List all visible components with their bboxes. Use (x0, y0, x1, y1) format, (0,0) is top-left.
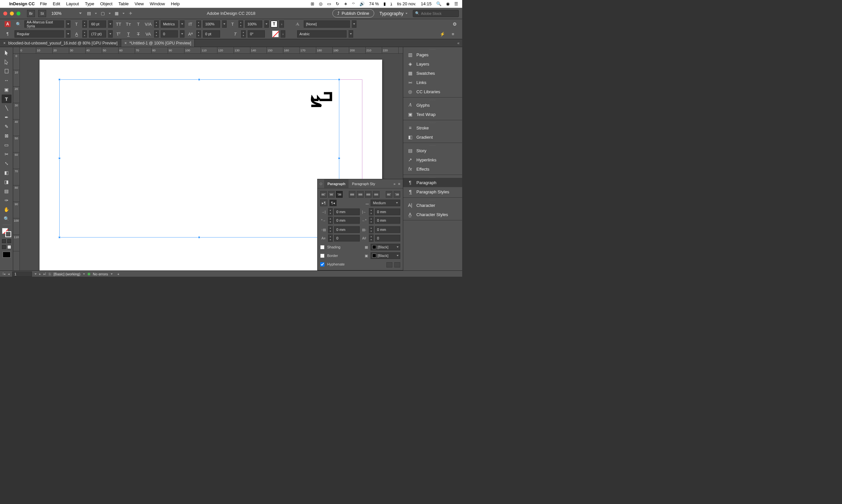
dock-effects[interactable]: fxEffects (403, 164, 462, 174)
close-tab-icon[interactable]: × (125, 41, 127, 46)
cc-status-icon[interactable]: ◎ (319, 1, 323, 6)
keyboard-icon[interactable]: ܐ (390, 1, 392, 6)
hscale-stepper[interactable]: ▴▾ (238, 20, 243, 28)
indent-right-input[interactable]: 0 mm (375, 209, 400, 215)
menu-layout[interactable]: Layout (66, 1, 79, 6)
type-tool[interactable]: T (2, 94, 12, 103)
fill-next[interactable]: › (279, 20, 284, 28)
selection-handle[interactable] (58, 157, 60, 159)
rectangle-frame-tool[interactable]: ⊠ (2, 131, 12, 140)
quick-apply-icon[interactable]: ⚡ (438, 30, 446, 38)
tab-overflow-icon[interactable]: « (454, 39, 462, 47)
bluetooth-icon[interactable]: ∗ (344, 1, 347, 6)
selection-handle[interactable] (198, 236, 200, 238)
menu-type[interactable]: Type (85, 1, 94, 6)
panel-cycle-icon[interactable]: ◇ (318, 181, 324, 186)
space-after-stepper[interactable]: ▴▾ (369, 226, 374, 233)
char-style-select[interactable]: [None] (304, 20, 350, 28)
baseline-stepper[interactable]: ▴▾ (196, 30, 201, 38)
note-tool[interactable]: ▤ (2, 187, 12, 195)
baseline-input[interactable]: 0 pt (203, 30, 220, 38)
scissors-tool[interactable]: ✂ (2, 150, 12, 159)
dock-hyperlinks[interactable]: ↗Hyperlinks (403, 155, 462, 164)
allcaps-icon[interactable]: TT (115, 20, 123, 28)
close-tab-icon[interactable]: × (3, 41, 5, 46)
vscale-stepper[interactable]: ▴▾ (196, 20, 201, 28)
menu-edit[interactable]: Edit (53, 1, 60, 6)
maximize-window[interactable] (16, 12, 20, 16)
workspace-switcher[interactable]: Typography (379, 11, 408, 16)
dock-paragraph-styles[interactable]: ¶̲Paragraph Styles (403, 187, 462, 196)
strike-icon[interactable]: T̶ (135, 30, 142, 38)
open-bridge-icon[interactable]: ⎘ (49, 272, 51, 276)
selection-handle[interactable] (338, 78, 340, 81)
justify-all[interactable] (373, 191, 379, 198)
date-text[interactable]: tis 20 nov. (397, 1, 416, 6)
smallcaps-icon[interactable]: Tᴛ (125, 20, 132, 28)
spotlight-icon[interactable]: 🔍 (436, 1, 442, 6)
zoom-level[interactable]: 100% (49, 10, 76, 17)
first-right-input[interactable]: 0 mm (375, 217, 400, 224)
preflight-dropdown[interactable] (111, 273, 113, 275)
skew-input[interactable]: 0° (248, 30, 265, 38)
screen-mode-row[interactable] (2, 245, 11, 249)
panel-menu-icon[interactable]: ≡ (449, 30, 457, 38)
gradient-swatch-tool[interactable]: ◧ (2, 168, 12, 177)
baseline-grid-off-icon[interactable] (387, 262, 392, 268)
menu-view[interactable]: View (135, 1, 144, 6)
gpu-icon[interactable]: ✈ (126, 10, 135, 17)
paragraph-styles-tab[interactable]: Paragraph Sty (348, 179, 378, 188)
battery-icon[interactable]: ▮ (383, 1, 386, 6)
align-toward-spine[interactable] (386, 191, 392, 198)
skew-stepper[interactable]: ▴▾ (241, 30, 246, 38)
view-options-icon[interactable]: ▤ (85, 10, 93, 17)
dock-character[interactable]: A|Character (403, 201, 462, 210)
dropbox-icon[interactable]: ⊞ (311, 1, 314, 6)
wifi-icon[interactable]: ⌔ (352, 1, 355, 6)
baseline-grid-on-icon[interactable] (394, 262, 400, 268)
volume-icon[interactable]: 🔊 (359, 1, 365, 6)
dock-gradient[interactable]: ◧Gradient (403, 132, 462, 142)
document-tab[interactable]: × bloodied-but-unbowed_yousuf_16.indd @ … (0, 39, 121, 47)
font-size-dropdown[interactable] (108, 20, 113, 28)
selection-handle[interactable] (338, 157, 340, 159)
leading-stepper[interactable]: ▴▾ (82, 30, 87, 38)
hscale-dropdown[interactable] (264, 20, 269, 28)
preflight-profile-dropdown[interactable] (83, 273, 85, 275)
zoom-dropdown-icon[interactable] (79, 13, 82, 14)
dock-paragraph[interactable]: ¶Paragraph (403, 178, 462, 187)
timemachine-icon[interactable]: ↻ (336, 1, 339, 6)
drop-lines-stepper[interactable]: ▴▾ (328, 235, 333, 242)
prev-page-button[interactable]: ◂ (8, 272, 10, 276)
scroll-left[interactable]: ◂ (117, 272, 119, 276)
dock-cc-libraries[interactable]: ◎CC Libraries (403, 87, 462, 96)
canvas[interactable]: 0102030405060708090100110120130140150160… (13, 47, 403, 270)
gradient-feather-tool[interactable]: ◨ (2, 178, 12, 186)
notifications-icon[interactable]: ☰ (454, 1, 458, 6)
space-after-input[interactable]: 0 mm (375, 226, 400, 233)
kerning-input[interactable]: Metrics (161, 20, 178, 28)
menu-object[interactable]: Object (100, 1, 113, 6)
control-settings-icon[interactable]: ⚙ (453, 21, 457, 27)
ltr-paragraph[interactable]: ▸¶ (320, 200, 327, 206)
ruler-origin[interactable] (13, 47, 20, 54)
font-family-input[interactable]: AA-Marcus East Syria (24, 20, 64, 28)
screen-mode-dropdown[interactable] (109, 13, 111, 14)
align-center[interactable] (328, 191, 335, 198)
collapse-panel-icon[interactable]: » (393, 182, 395, 186)
dock-story[interactable]: ▤Story (403, 146, 462, 155)
drop-chars-stepper[interactable]: ▴▾ (369, 235, 374, 242)
char-style-dropdown[interactable] (352, 20, 356, 28)
menu-window[interactable]: Window (150, 1, 165, 6)
selection-tool[interactable] (2, 49, 12, 57)
align-right[interactable] (336, 191, 343, 198)
screen-mode-icon[interactable]: ▢ (99, 10, 107, 17)
arrange-icon[interactable]: ▦ (113, 10, 121, 17)
shading-swatch-select[interactable]: [Black] (371, 244, 400, 250)
publish-online-button[interactable]: ⤴ Publish Online (333, 9, 374, 17)
tracking-input[interactable]: 0 (161, 30, 178, 38)
hyphenate-checkbox[interactable] (320, 262, 324, 267)
dock-pages[interactable]: ▥Pages (403, 50, 462, 59)
view-options-dropdown[interactable] (95, 13, 97, 14)
battery-text[interactable]: 74 % (369, 1, 379, 6)
